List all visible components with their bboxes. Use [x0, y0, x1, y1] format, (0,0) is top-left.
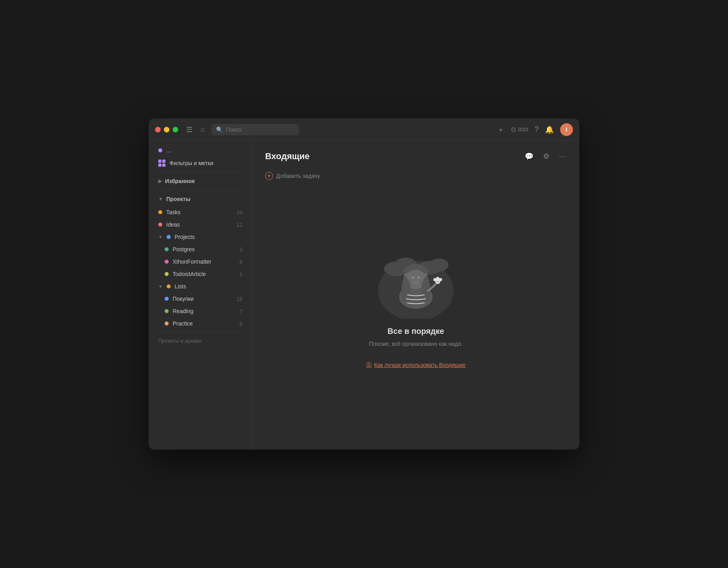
dot-green-reading [165, 309, 169, 313]
avatar-letter: I [566, 126, 567, 133]
subproject-todoist: TodoistArticle [173, 271, 206, 277]
svg-point-10 [436, 277, 439, 280]
help-circle-icon: ⓪ [366, 361, 372, 369]
svg-point-11 [433, 278, 437, 281]
search-input[interactable] [226, 126, 294, 133]
more-icon[interactable]: ··· [557, 151, 567, 162]
empty-illustration [372, 239, 460, 319]
sidebar: ... Фильтры и метки ▶ Избранное ▼ Проект… [149, 141, 252, 450]
sidebar-item-reading[interactable]: Reading 7 [152, 305, 249, 317]
svg-point-13 [437, 280, 439, 283]
subproject-count-xthon: 8 [240, 259, 242, 265]
chevron-right-icon: ▶ [158, 178, 162, 184]
app-window: ☰ ⌂ 🔍 ＋ ⊙ 0/10 ? 🔔 I ... [149, 118, 579, 450]
lists-label: Lists [175, 283, 186, 290]
dot-tan-practice [165, 321, 169, 325]
add-button[interactable]: ＋ [497, 125, 504, 134]
sidebar-lists-header[interactable]: ▼ Lists [152, 280, 249, 292]
projects-label: Проекты [166, 196, 191, 202]
search-icon: 🔍 [216, 126, 223, 133]
sidebar-item-todoist[interactable]: TodoistArticle 1 [152, 268, 249, 280]
main-content: ... Фильтры и метки ▶ Избранное ▼ Проект… [149, 141, 579, 450]
help-icon[interactable]: ? [535, 125, 539, 134]
page-title: Входящие [265, 151, 310, 162]
empty-subtitle: Похоже, всё организовано как надо. [369, 341, 463, 347]
dot-lime [165, 272, 169, 276]
project-count-ideas: 11 [237, 222, 242, 228]
separator-2 [155, 190, 246, 190]
project-name-tasks: Tasks [166, 209, 181, 215]
filter-icon[interactable]: ⚙ [541, 150, 551, 162]
subproject-count-todoist: 1 [240, 271, 242, 277]
sidebar-item-filters[interactable]: Фильтры и метки [152, 157, 249, 170]
progress-icon: ⊙ [511, 126, 516, 133]
maximize-button[interactable] [173, 127, 178, 132]
archived-label: Проекты в архиве [158, 338, 201, 344]
sidebar-item-practice[interactable]: Practice 6 [152, 318, 249, 329]
filters-label: Фильтры и метки [169, 160, 213, 166]
add-task-button[interactable]: + [265, 172, 273, 180]
dot-orange [167, 284, 171, 288]
project-name-ideas: Ideas [166, 221, 180, 228]
home-icon[interactable]: ⌂ [199, 124, 207, 135]
sidebar-favorites[interactable]: ▶ Избранное [152, 175, 249, 187]
dot-red [158, 223, 162, 227]
svg-point-4 [429, 258, 449, 271]
favorites-label: Избранное [165, 178, 195, 184]
notification-icon[interactable]: 🔔 [545, 125, 554, 134]
add-task-label: Добавить задачу [276, 173, 320, 179]
traffic-lights [155, 127, 178, 132]
subproject-postgres: Postgres [173, 246, 195, 252]
content-area: Входящие 💬 ⚙ ··· + Добавить задачу [252, 141, 579, 450]
subproject-count-postgres: 3 [240, 247, 242, 252]
close-button[interactable] [155, 127, 161, 132]
sidebar-item-tasks[interactable]: Tasks 24 [152, 206, 249, 218]
dot-blue-pokupki [165, 297, 169, 301]
header-actions: 💬 ⚙ ··· [523, 150, 567, 162]
sidebar-archived[interactable]: Проекты в архиве [149, 335, 252, 347]
chevron-down-icon: ▼ [158, 196, 163, 202]
titlebar: ☰ ⌂ 🔍 ＋ ⊙ 0/10 ? 🔔 I [149, 118, 579, 141]
progress-text: 0/10 [518, 126, 528, 132]
minimize-button[interactable] [164, 127, 169, 132]
project-count-tasks: 24 [237, 209, 242, 215]
progress-badge[interactable]: ⊙ 0/10 [511, 126, 528, 133]
dot-yellow [158, 210, 162, 214]
dot-pink [165, 260, 169, 264]
dot-icon [158, 148, 162, 152]
grid-icon [158, 160, 165, 167]
list-count-practice: 6 [240, 321, 242, 327]
content-header: Входящие 💬 ⚙ ··· [265, 150, 567, 162]
avatar[interactable]: I [560, 123, 573, 136]
sidebar-projects-header[interactable]: ▼ Проекты [152, 193, 249, 205]
list-count-reading: 7 [240, 308, 242, 314]
list-practice: Practice [173, 320, 193, 327]
subprojects-parent-label: Projects [175, 234, 195, 240]
list-pokupki: Покупки [173, 296, 194, 302]
titlebar-right: ＋ ⊙ 0/10 ? 🔔 I [497, 123, 573, 136]
comment-icon[interactable]: 💬 [523, 150, 535, 162]
sidebar-item-xthon[interactable]: XthonFormatter 8 [152, 256, 249, 268]
sidebar-item-projects[interactable]: ▼ Projects [152, 231, 249, 243]
dot-green [165, 247, 169, 251]
separator [155, 172, 246, 172]
sidebar-item-ideas[interactable]: Ideas 11 [152, 219, 249, 231]
subproject-xthon: XthonFormatter [173, 258, 211, 265]
dot-blue [167, 235, 171, 239]
list-count-pokupki: 15 [237, 296, 242, 302]
chevron-down-projects: ▼ [158, 235, 163, 239]
chevron-down-lists: ▼ [158, 284, 163, 289]
menu-icon[interactable]: ☰ [185, 124, 194, 136]
svg-point-7 [412, 276, 414, 279]
sidebar-item-postgres[interactable]: Postgres 3 [152, 243, 249, 255]
list-reading: Reading [173, 308, 193, 314]
help-link[interactable]: ⓪ Как лучше использовать Входящие [366, 361, 465, 369]
svg-point-12 [439, 278, 442, 281]
sidebar-item-pokupki[interactable]: Покупки 15 [152, 293, 249, 305]
help-link-text: Как лучше использовать Входящие [374, 362, 465, 368]
search-bar[interactable]: 🔍 [211, 124, 299, 135]
add-task-row[interactable]: + Добавить задачу [265, 170, 567, 181]
sidebar-item-partial[interactable]: ... [152, 144, 249, 156]
empty-state: Все в порядке Похоже, всё организовано к… [265, 191, 567, 440]
separator-3 [155, 332, 246, 332]
